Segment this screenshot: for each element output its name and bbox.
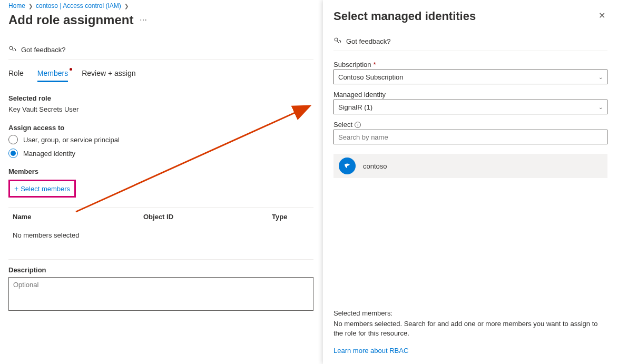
breadcrumb-home[interactable]: Home [8,2,25,9]
subscription-value: Contoso Subscription [338,73,404,81]
breadcrumb: Home ❯ contoso | Access control (IAM) ❯ [8,2,313,9]
identity-result-item[interactable]: contoso [333,154,607,178]
select-members-button[interactable]: + Select members [8,180,76,198]
col-name: Name [13,213,143,221]
members-table-header: Name Object ID Type [8,207,313,226]
info-icon[interactable]: i [355,122,361,128]
more-actions-icon[interactable]: ⋯ [140,16,148,24]
identity-result-name: contoso [363,162,387,170]
description-input[interactable] [8,277,313,311]
selected-members-text: No members selected. Search for and add … [333,319,607,338]
feedback-link[interactable]: Got feedback? [8,42,313,60]
learn-rbac-link[interactable]: Learn more about RBAC [333,347,408,355]
feedback-label: Got feedback? [21,46,66,54]
page-title: Add role assignment [8,13,133,27]
side-panel: Select managed identities ✕ Got feedback… [323,0,618,364]
panel-feedback-label: Got feedback? [346,37,391,45]
col-type: Type [272,213,309,221]
radio-unchecked-icon [8,135,18,144]
managed-identity-label: Managed identity [333,91,607,99]
tab-members[interactable]: Members [37,69,68,82]
tab-role[interactable]: Role [8,69,24,82]
radio-managed-identity[interactable]: Managed identity [8,149,313,158]
selected-members-title: Selected members: [333,309,607,317]
subscription-label: Subscription * [333,61,607,68]
search-input[interactable] [333,130,607,144]
svg-point-0 [9,46,13,50]
col-objectid: Object ID [143,213,272,221]
feedback-icon [8,45,17,54]
select-label: Select i [333,121,607,129]
radio-user-group[interactable]: User, group, or service principal [8,135,313,144]
managed-identity-dropdown[interactable]: SignalR (1) ⌄ [333,100,607,114]
chevron-right-icon: ❯ [124,3,129,9]
members-label: Members [8,168,313,175]
tab-review[interactable]: Review + assign [82,69,135,82]
description-label: Description [8,259,313,274]
selected-role-value: Key Vault Secrets User [8,105,313,113]
selected-role-label: Selected role [8,94,313,102]
breadcrumb-contoso[interactable]: contoso | Access control (IAM) [36,2,121,9]
required-icon: * [374,61,376,68]
subscription-dropdown[interactable]: Contoso Subscription ⌄ [333,70,607,84]
chevron-right-icon: ❯ [28,3,33,9]
panel-feedback-link[interactable]: Got feedback? [333,34,607,51]
tabs: Role Members Review + assign [8,69,313,83]
radio-checked-icon [8,149,18,158]
chevron-down-icon: ⌄ [599,74,603,80]
panel-title: Select managed identities [333,9,476,23]
radio-mi-label: Managed identity [23,150,75,158]
close-icon[interactable]: ✕ [596,9,607,22]
select-members-label: Select members [21,185,70,193]
chevron-down-icon: ⌄ [599,104,603,110]
svg-point-2 [335,38,338,41]
radio-user-label: User, group, or service principal [23,136,120,144]
assign-access-label: Assign access to [8,124,313,132]
feedback-icon [333,37,342,45]
plus-icon: + [14,184,18,193]
managed-identity-value: SignalR (1) [338,103,372,111]
members-table-empty: No members selected [8,226,313,244]
signalr-icon [339,158,356,174]
